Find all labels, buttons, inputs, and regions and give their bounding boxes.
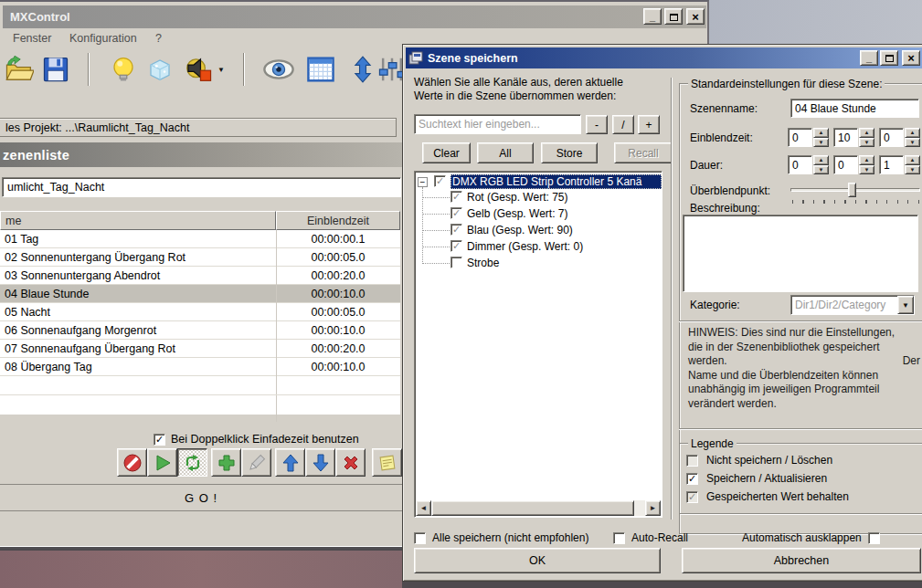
cancel-button[interactable]: Abbrechen: [682, 548, 921, 573]
edit-scene-button[interactable]: [241, 448, 271, 477]
auto-expand-checkbox[interactable]: [868, 532, 880, 544]
main-title-bar[interactable]: MXControl: [3, 5, 706, 28]
spin-up-button[interactable]: ▲: [905, 155, 920, 165]
menu-konfiguration[interactable]: Konfiguration: [69, 32, 137, 45]
view-button[interactable]: [261, 52, 296, 87]
spin-up-button[interactable]: ▲: [813, 155, 829, 165]
all-button[interactable]: All: [477, 142, 534, 163]
store-button[interactable]: Store: [541, 142, 598, 163]
doubleclick-checkbox[interactable]: ✓: [154, 434, 165, 446]
spin-down-button[interactable]: ▼: [905, 165, 920, 175]
spin-down-button[interactable]: ▼: [813, 165, 829, 175]
hint-line: HINWEIS: Dies sind nur die Einstellungen…: [688, 326, 920, 341]
fade-in-label: Einblendzeit:: [690, 131, 753, 144]
loop-button[interactable]: [177, 448, 207, 477]
scene-name-input[interactable]: [790, 99, 919, 118]
scroll-left-button[interactable]: ◄: [416, 500, 431, 516]
spin-up-button[interactable]: ▲: [859, 155, 874, 165]
main-close-button[interactable]: ×: [686, 8, 705, 25]
category-combobox[interactable]: Dir1/Dir2/Category ▼: [790, 295, 915, 315]
delete-scene-button[interactable]: [335, 448, 366, 477]
save-all-checkbox[interactable]: [414, 532, 426, 544]
table-row[interactable]: 08 Übergang Tag00:00:10.0: [0, 358, 400, 376]
stop-button[interactable]: [117, 448, 147, 477]
search-plus-button[interactable]: +: [638, 115, 660, 134]
tree-item-rot[interactable]: Rot (Gesp. Wert: 75): [467, 190, 650, 205]
tree-checkbox-gelb[interactable]: ✓: [450, 207, 462, 219]
table-row[interactable]: 02 Sonnenuntergang Übergang Rot00:00:05.…: [0, 248, 400, 267]
tree-root-checkbox[interactable]: ✓: [434, 175, 446, 187]
table-row[interactable]: 01 Tag00:00:00.1: [0, 230, 400, 248]
tree-root-item[interactable]: DMX RGB LED Strip Controller 5 Kanä: [450, 174, 662, 189]
spin-down-button[interactable]: ▼: [859, 165, 874, 175]
duration-seconds-value[interactable]: 1: [879, 155, 904, 174]
fade-hours-value[interactable]: 0: [788, 128, 812, 147]
go-button[interactable]: G O !: [0, 484, 402, 511]
tree-checkbox-blau[interactable]: ✓: [450, 224, 462, 236]
move-up-button[interactable]: [275, 448, 305, 477]
auto-recall-checkbox[interactable]: [613, 532, 625, 544]
add-scene-button[interactable]: [211, 448, 241, 477]
dialog-close-button[interactable]: ×: [902, 50, 920, 66]
tree-horizontal-scrollbar[interactable]: ◄ ►: [416, 500, 661, 516]
scroll-track[interactable]: [634, 500, 645, 516]
spin-up-button[interactable]: ▲: [859, 128, 874, 138]
scene-list-combo[interactable]: umlicht_Tag_Nacht: [2, 177, 401, 197]
dialog-title-bar[interactable]: Szene speichern: [406, 47, 922, 68]
menu-fenster[interactable]: Fenster: [13, 32, 51, 45]
tree-checkbox-rot[interactable]: ✓: [450, 191, 462, 203]
table-row[interactable]: 03 Sonnenuntergang Abendrot00:00:20.0: [0, 267, 400, 285]
search-input[interactable]: [414, 114, 581, 134]
spin-down-button[interactable]: ▼: [905, 138, 920, 148]
recall-button[interactable]: Recall: [614, 142, 673, 163]
save-project-button[interactable]: [38, 52, 73, 87]
open-project-button[interactable]: [2, 52, 37, 87]
spin-down-button[interactable]: ▼: [813, 138, 829, 148]
row-time: 00:00:05.0: [276, 251, 400, 264]
clear-button[interactable]: Clear: [422, 142, 471, 163]
duration-minutes-value[interactable]: 0: [833, 155, 858, 174]
spin-up-button[interactable]: ▲: [813, 128, 829, 138]
tree-item-dimmer[interactable]: Dimmer (Gesp. Wert: 0): [467, 239, 650, 254]
tree-checkbox-strobe[interactable]: [450, 257, 462, 268]
tree-checkbox-dimmer[interactable]: ✓: [450, 240, 462, 252]
table-row[interactable]: 07 Sonnenaufgang Übergang Rot00:00:20.0: [0, 340, 400, 358]
dialog-minimize-button[interactable]: _: [860, 50, 878, 66]
table-row[interactable]: 06 Sonnenaufgang Morgenrot00:00:10.0: [0, 321, 400, 340]
notes-button[interactable]: [372, 448, 402, 477]
description-textarea[interactable]: [683, 215, 918, 292]
tree-collapse-toggle[interactable]: −: [418, 177, 428, 187]
spin-down-button[interactable]: ▼: [859, 138, 874, 148]
table-row-selected[interactable]: 04 Blaue Stunde00:00:10.0: [0, 285, 400, 303]
duration-hours-value[interactable]: 0: [788, 155, 812, 174]
table-view-button[interactable]: [303, 52, 338, 87]
legend-item: ✓ Gespeicherten Wert behalten: [686, 490, 849, 503]
tree-item-gelb[interactable]: Gelb (Gesp. Wert: 7): [467, 206, 650, 221]
spin-up-button[interactable]: ▲: [905, 128, 920, 138]
audio-dropdown-button[interactable]: ▼: [217, 66, 225, 74]
main-maximize-button[interactable]: [664, 8, 683, 25]
combo-dropdown-button[interactable]: ▼: [897, 296, 914, 314]
search-slash-button[interactable]: /: [612, 115, 634, 134]
effects-button[interactable]: [143, 52, 177, 87]
light-scene-button[interactable]: [106, 52, 141, 87]
fade-minutes-value[interactable]: 10: [833, 128, 858, 147]
scroll-right-button[interactable]: ►: [645, 500, 661, 516]
search-minus-button[interactable]: -: [586, 115, 608, 134]
menu-help[interactable]: ?: [155, 32, 162, 45]
dialog-maximize-button[interactable]: [880, 50, 898, 66]
column-header-name[interactable]: me: [0, 211, 276, 230]
tree-item-strobe[interactable]: Strobe: [467, 256, 650, 270]
fade-seconds-value[interactable]: 0: [879, 128, 904, 147]
table-row[interactable]: 05 Nacht00:00:05.0: [0, 303, 400, 321]
play-button[interactable]: [147, 448, 177, 477]
main-minimize-button[interactable]: _: [643, 8, 662, 25]
tree-item-blau[interactable]: Blau (Gesp. Wert: 90): [467, 223, 650, 237]
move-down-button[interactable]: [305, 448, 335, 477]
audio-button[interactable]: [181, 52, 216, 87]
column-header-einblendzeit[interactable]: Einblendzeit: [276, 211, 400, 230]
scroll-thumb[interactable]: [431, 500, 634, 516]
slider-thumb[interactable]: [848, 183, 856, 197]
ok-button[interactable]: OK: [414, 548, 661, 573]
project-tab[interactable]: les Projekt: ...\Raumlicht_Tag_Nacht: [0, 118, 397, 137]
